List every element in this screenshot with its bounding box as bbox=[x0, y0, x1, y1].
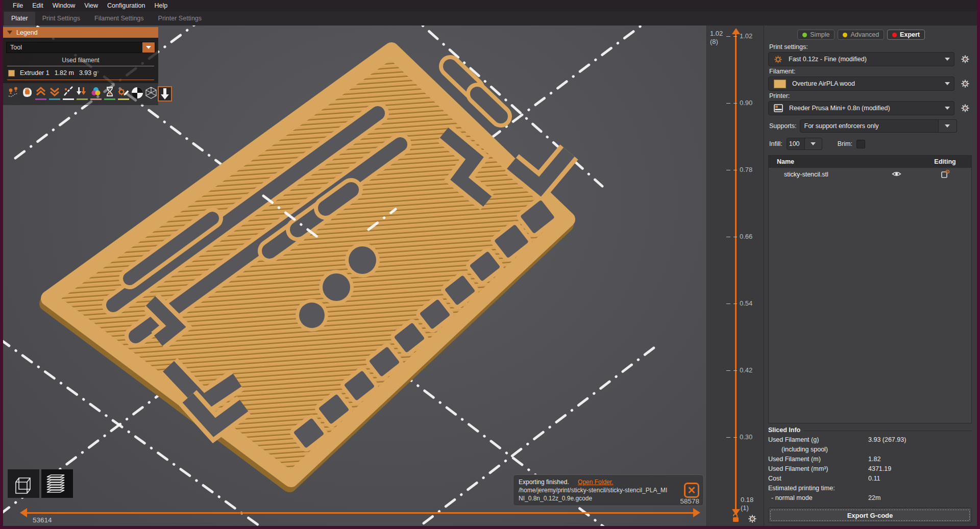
si-value: 0.11 bbox=[868, 474, 972, 483]
printer-icon bbox=[774, 104, 783, 112]
objects-list-header: Name Editing bbox=[769, 156, 971, 168]
divider bbox=[803, 431, 972, 431]
layer-tick: 0.30 bbox=[740, 434, 752, 441]
supports-select[interactable]: For support enforcers only bbox=[800, 119, 939, 133]
unlock-icon[interactable] bbox=[731, 513, 740, 524]
color-changes-icon[interactable] bbox=[90, 86, 102, 103]
layer-tick: 0.90 bbox=[740, 99, 752, 107]
object-name: sticky-stencil.stl bbox=[769, 171, 874, 178]
filament-select[interactable]: Overture AirPLA wood bbox=[768, 77, 954, 91]
tab-printer-settings[interactable]: Printer Settings bbox=[151, 12, 209, 26]
infill-input[interactable] bbox=[787, 138, 805, 150]
divider bbox=[7, 80, 154, 80]
legend-panel: Legend Tool Used filament Extruder 1 1.8… bbox=[3, 27, 158, 105]
export-active-icon[interactable] bbox=[159, 86, 171, 103]
print-settings-gear-button[interactable] bbox=[959, 55, 972, 64]
sliced-info-title: Sliced Info bbox=[768, 426, 800, 434]
green-dot-icon bbox=[802, 33, 807, 37]
center-of-mass-icon[interactable] bbox=[131, 86, 143, 103]
layer-tick: 0.42 bbox=[740, 367, 752, 374]
si-value: 1.82 bbox=[868, 455, 972, 463]
object-row[interactable]: sticky-stencil.stl bbox=[769, 168, 971, 181]
tool-changes-icon[interactable] bbox=[62, 86, 75, 103]
tab-bar: Plater Print Settings Filament Settings … bbox=[3, 11, 977, 26]
chevron-down-icon bbox=[945, 124, 950, 128]
printer-value: Reeder Prusa Mini+ 0.8n (modified) bbox=[789, 105, 939, 112]
print-settings-value: Fast 0.12z - Fine (modified) bbox=[789, 56, 939, 63]
menu-help[interactable]: Help bbox=[150, 1, 172, 10]
layer-slider-track[interactable] bbox=[735, 34, 737, 510]
si-value bbox=[868, 484, 972, 492]
legend-view-select[interactable]: Tool bbox=[6, 42, 155, 53]
underline bbox=[77, 98, 88, 100]
gcode-preview-viewport[interactable]: Legend Tool Used filament Extruder 1 1.8… bbox=[3, 26, 706, 526]
underline bbox=[63, 98, 74, 100]
si-value: 22m bbox=[868, 494, 972, 502]
print-settings-select[interactable]: Fast 0.12z - Fine (modified) bbox=[768, 52, 954, 66]
move-slider-track[interactable] bbox=[27, 512, 693, 514]
tab-filament-settings[interactable]: Filament Settings bbox=[87, 12, 151, 26]
legend-view-value: Tool bbox=[7, 44, 142, 51]
printer-gear-button[interactable] bbox=[959, 104, 972, 113]
extruder-name: Extruder 1 bbox=[20, 69, 50, 77]
layer-slider-column: 1.02 (8) 1.02 0.90 0.78 0.66 0.54 0.42 0… bbox=[706, 26, 764, 526]
legend-toolbar bbox=[3, 83, 158, 105]
si-label: - normal mode bbox=[768, 494, 868, 502]
dropdown-button[interactable] bbox=[142, 42, 155, 53]
menu-view[interactable]: View bbox=[80, 1, 103, 10]
mode-switcher: Simple Advanced Expert bbox=[768, 30, 925, 40]
visibility-toggle[interactable] bbox=[874, 170, 919, 179]
filament-gear-button[interactable] bbox=[959, 79, 972, 88]
seams-icon[interactable] bbox=[48, 86, 61, 103]
tab-plater[interactable]: Plater bbox=[4, 12, 35, 26]
close-icon[interactable]: ✕ bbox=[684, 483, 699, 498]
si-value: 4371.19 bbox=[868, 465, 972, 473]
sliced-info: Sliced Info Used Filament (g)3.93 (267.9… bbox=[768, 426, 972, 503]
menu-window[interactable]: Window bbox=[48, 1, 80, 10]
move-slider-left-handle[interactable] bbox=[20, 508, 27, 517]
custom-gcode-icon[interactable] bbox=[117, 86, 130, 103]
travel-moves-icon[interactable] bbox=[7, 86, 19, 103]
mode-expert-button[interactable]: Expert bbox=[887, 30, 925, 40]
used-filament-header: Used filament bbox=[6, 57, 155, 64]
si-sublabel: (including spool) bbox=[768, 445, 868, 454]
supports-dropdown-button[interactable] bbox=[939, 119, 957, 133]
export-gcode-button[interactable]: Export G-code bbox=[768, 508, 972, 523]
objects-list: Name Editing sticky-stencil.stl bbox=[768, 155, 972, 423]
brim-checkbox[interactable] bbox=[856, 140, 865, 148]
column-editing: Editing bbox=[919, 158, 971, 165]
move-slider-right-handle[interactable] bbox=[693, 508, 700, 517]
extruder-length: 1.82 m bbox=[55, 69, 74, 77]
underline bbox=[49, 98, 60, 100]
underline bbox=[90, 98, 102, 100]
infill-dropdown-button[interactable] bbox=[805, 138, 822, 150]
si-label: Estimated printing time: bbox=[768, 484, 868, 492]
layer-tick: 0.54 bbox=[740, 300, 752, 307]
view-layers-button[interactable] bbox=[41, 469, 73, 498]
deretractions-icon[interactable] bbox=[35, 86, 47, 103]
si-label: Used Filament (g) bbox=[768, 436, 868, 444]
object-settings-icon bbox=[941, 169, 950, 179]
layer-tick: 0.78 bbox=[740, 166, 752, 173]
open-folder-link[interactable]: Open Folder. bbox=[578, 478, 613, 486]
object-settings-button[interactable] bbox=[919, 169, 971, 180]
slider-settings-gear-icon[interactable] bbox=[748, 514, 757, 525]
chevron-down-icon bbox=[945, 58, 950, 61]
menu-file[interactable]: File bbox=[8, 1, 28, 10]
gear-icon bbox=[961, 79, 970, 88]
legend-header[interactable]: Legend bbox=[3, 27, 158, 38]
view-3d-button[interactable] bbox=[8, 469, 39, 498]
layers-icon bbox=[45, 472, 69, 495]
menu-edit[interactable]: Edit bbox=[28, 1, 48, 10]
mode-advanced-button[interactable]: Advanced bbox=[838, 30, 884, 40]
menu-configuration[interactable]: Configuration bbox=[103, 1, 150, 10]
inserts-icon[interactable] bbox=[76, 86, 88, 103]
printer-label: Printer: bbox=[769, 92, 972, 99]
printer-select[interactable]: Reeder Prusa Mini+ 0.8n (modified) bbox=[768, 101, 954, 115]
bounding-box-icon[interactable] bbox=[145, 86, 157, 103]
tab-print-settings[interactable]: Print Settings bbox=[35, 12, 87, 26]
red-dot-icon bbox=[892, 33, 897, 37]
retractions-icon[interactable] bbox=[21, 86, 33, 103]
mode-simple-button[interactable]: Simple bbox=[797, 30, 835, 40]
pause-prints-icon[interactable] bbox=[104, 86, 116, 103]
